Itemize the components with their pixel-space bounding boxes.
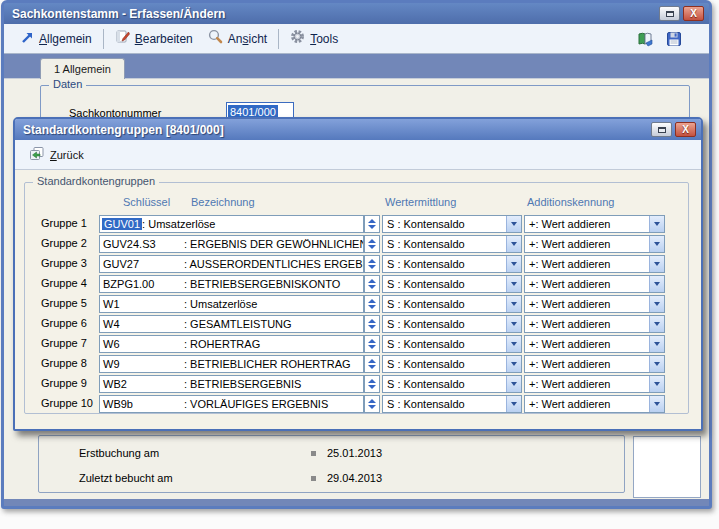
dropdown-button[interactable] <box>649 336 664 352</box>
dropdown-button[interactable] <box>649 256 664 272</box>
additionskennung-select[interactable]: +: Wert addieren <box>524 255 665 273</box>
dropdown-button[interactable] <box>649 396 664 412</box>
kontengruppe-row: Gruppe 9 WB2 : BETRIEBSERGEBNIS S : Kont… <box>25 375 688 393</box>
close-button[interactable]: X <box>683 6 704 21</box>
wertermittlung-select[interactable]: S : Kontensaldo <box>382 255 522 273</box>
spinner-down-icon <box>368 345 376 349</box>
schluessel-spinner[interactable] <box>364 315 380 333</box>
dialog-close-button[interactable]: X <box>675 122 696 137</box>
dropdown-button[interactable] <box>506 356 521 372</box>
wertermittlung-select[interactable]: S : Kontensaldo <box>382 395 522 413</box>
tab-allgemein[interactable]: 1 Allgemein <box>40 58 125 79</box>
wertermittlung-select[interactable]: S : Kontensaldo <box>382 215 522 233</box>
schluessel-bezeichnung-input[interactable]: GUV24.S3 : ERGEBNIS DER GEWÖHNLICHEN GES <box>99 235 364 253</box>
spinner-down-icon <box>368 405 376 409</box>
schluessel-spinner[interactable] <box>364 255 380 273</box>
wertermittlung-value: S : Kontensaldo <box>383 316 506 332</box>
chevron-down-icon <box>511 322 517 326</box>
gruppe-label: Gruppe 8 <box>41 357 87 369</box>
zuletzt-bebucht-value: 29.04.2013 <box>327 472 382 484</box>
gruppe-label: Gruppe 1 <box>41 217 87 229</box>
wertermittlung-select[interactable]: S : Kontensaldo <box>382 355 522 373</box>
additionskennung-select[interactable]: +: Wert addieren <box>524 375 665 393</box>
dropdown-button[interactable] <box>649 356 664 372</box>
menu-ansicht[interactable]: Ansicht <box>200 26 274 51</box>
schluessel-bezeichnung-input[interactable]: GUV01 : Umsatzerlöse <box>99 215 364 233</box>
additionskennung-select[interactable]: +: Wert addieren <box>524 275 665 293</box>
daten-group-label: Daten <box>49 78 86 90</box>
schluessel-spinner[interactable] <box>364 215 380 233</box>
dropdown-button[interactable] <box>649 316 664 332</box>
additionskennung-value: +: Wert addieren <box>525 356 649 372</box>
schluessel-spinner[interactable] <box>364 375 380 393</box>
save-button[interactable] <box>665 30 683 48</box>
schluessel-bezeichnung-input[interactable]: BZPG1.00 : BETRIEBSERGEBNISKONTO <box>99 275 364 293</box>
wertermittlung-select[interactable]: S : Kontensaldo <box>382 375 522 393</box>
dropdown-button[interactable] <box>649 216 664 232</box>
arrow-up-right-icon <box>21 30 34 48</box>
additionskennung-select[interactable]: +: Wert addieren <box>524 395 665 413</box>
schluessel-spinner[interactable] <box>364 355 380 373</box>
dropdown-button[interactable] <box>506 236 521 252</box>
additionskennung-select[interactable]: +: Wert addieren <box>524 295 665 313</box>
bezeichnung-value: : Umsatzerlöse <box>184 298 363 310</box>
menu-tools[interactable]: Tools <box>283 26 345 51</box>
schluessel-spinner[interactable] <box>364 275 380 293</box>
dropdown-button[interactable] <box>506 336 521 352</box>
dropdown-button[interactable] <box>506 296 521 312</box>
bezeichnung-value: : ROHERTRAG <box>184 338 363 350</box>
additionskennung-select[interactable]: +: Wert addieren <box>524 215 665 233</box>
wertermittlung-select[interactable]: S : Kontensaldo <box>382 235 522 253</box>
maximize-icon <box>666 11 674 17</box>
dropdown-button[interactable] <box>649 376 664 392</box>
erstbuchung-value: 25.01.2013 <box>327 447 382 459</box>
dropdown-button[interactable] <box>506 276 521 292</box>
additionskennung-select[interactable]: +: Wert addieren <box>524 355 665 373</box>
schluessel-bezeichnung-input[interactable]: WB9b : VORLÄUFIGES ERGEBNIS <box>99 395 364 413</box>
schluessel-bezeichnung-input[interactable]: WB2 : BETRIEBSERGEBNIS <box>99 375 364 393</box>
schluessel-bezeichnung-input[interactable]: GUV27 : AUSSERORDENTLICHES ERGEBNIS <box>99 255 364 273</box>
dropdown-button[interactable] <box>649 276 664 292</box>
zurueck-button[interactable]: Zurück <box>29 146 84 163</box>
dropdown-button[interactable] <box>506 396 521 412</box>
schluessel-bezeichnung-input[interactable]: W6 : ROHERTRAG <box>99 335 364 353</box>
schluessel-spinner[interactable] <box>364 235 380 253</box>
menu-bearbeiten[interactable]: Bearbeiten <box>108 26 200 51</box>
additionskennung-select[interactable]: +: Wert addieren <box>524 235 665 253</box>
dropdown-button[interactable] <box>649 236 664 252</box>
additionskennung-value: +: Wert addieren <box>525 336 649 352</box>
dropdown-button[interactable] <box>506 256 521 272</box>
dialog-titlebar[interactable]: Standardkontengruppen [8401/000] X <box>15 119 701 140</box>
bezeichnung-value: : GESAMTLEISTUNG <box>184 318 363 330</box>
main-titlebar[interactable]: Sachkontenstamm - Erfassen/Ändern X <box>4 3 709 24</box>
book-button[interactable] <box>636 30 654 48</box>
wertermittlung-select[interactable]: S : Kontensaldo <box>382 335 522 353</box>
schluessel-bezeichnung-input[interactable]: W4 : GESAMTLEISTUNG <box>99 315 364 333</box>
wertermittlung-select[interactable]: S : Kontensaldo <box>382 295 522 313</box>
spinner-up-icon <box>368 359 376 363</box>
close-icon: X <box>682 125 689 135</box>
dropdown-button[interactable] <box>649 296 664 312</box>
spinner-up-icon <box>368 379 376 383</box>
wertermittlung-select[interactable]: S : Kontensaldo <box>382 275 522 293</box>
schluessel-bezeichnung-input[interactable]: W9 : BETRIEBLICHER ROHERTRAG <box>99 355 364 373</box>
gruppe-label: Gruppe 9 <box>41 377 87 389</box>
menu-allgemein[interactable]: Allgemein <box>14 27 99 51</box>
buchungsdaten-groupbox: Erstbuchung am 25.01.2013 Zuletzt bebuch… <box>38 435 625 493</box>
additionskennung-select[interactable]: +: Wert addieren <box>524 315 665 333</box>
schluessel-spinner[interactable] <box>364 295 380 313</box>
wertermittlung-value: S : Kontensaldo <box>383 236 506 252</box>
dropdown-button[interactable] <box>506 216 521 232</box>
schluessel-spinner[interactable] <box>364 335 380 353</box>
schluessel-bezeichnung-input[interactable]: W1 : Umsatzerlöse <box>99 295 364 313</box>
dropdown-button[interactable] <box>506 316 521 332</box>
schluessel-value: W4 <box>100 318 184 330</box>
dialog-maximize-button[interactable] <box>651 122 672 137</box>
wertermittlung-select[interactable]: S : Kontensaldo <box>382 315 522 333</box>
chevron-down-icon <box>654 222 660 226</box>
maximize-button[interactable] <box>659 6 680 21</box>
schluessel-spinner[interactable] <box>364 395 380 413</box>
chevron-down-icon <box>511 342 517 346</box>
additionskennung-select[interactable]: +: Wert addieren <box>524 335 665 353</box>
dropdown-button[interactable] <box>506 376 521 392</box>
